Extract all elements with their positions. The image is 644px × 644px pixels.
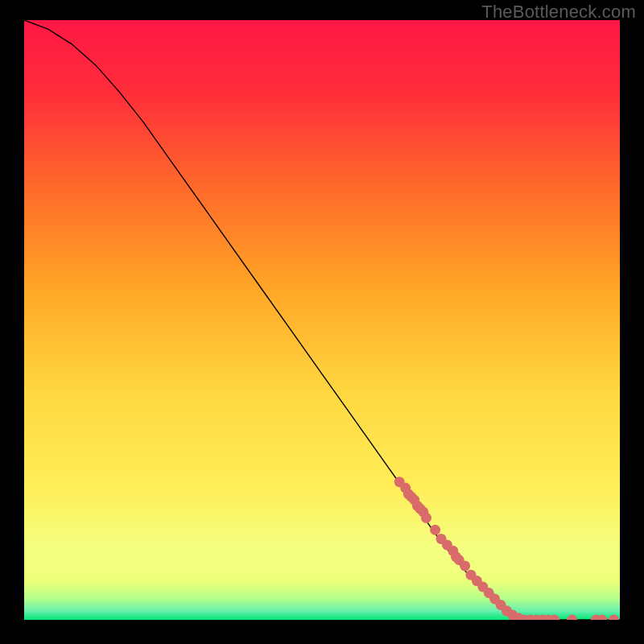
plot-area (24, 20, 620, 620)
chart-container: TheBottleneck.com (0, 0, 644, 644)
chart-canvas (24, 20, 620, 620)
watermark-text: TheBottleneck.com (481, 2, 636, 23)
